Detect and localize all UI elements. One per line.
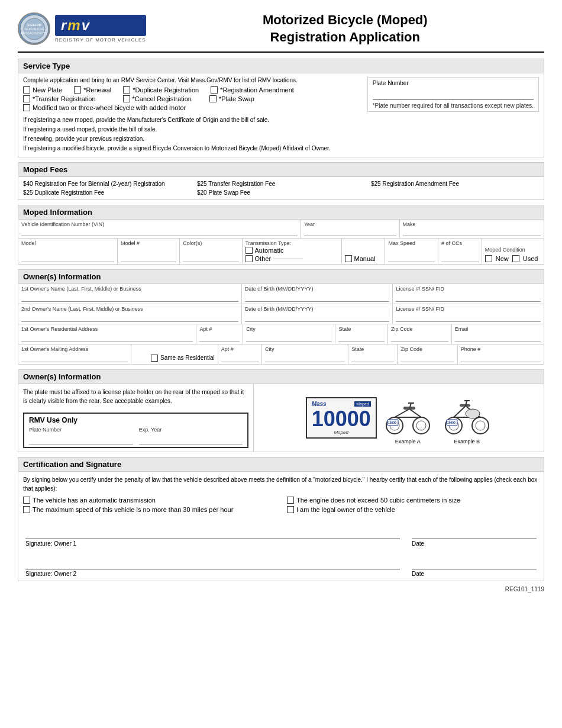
owner2-name-field[interactable] [21, 314, 238, 322]
owner1-dob-field[interactable] [245, 294, 390, 302]
sig2-line[interactable] [25, 555, 400, 569]
moped-fees-body: $40 Registration Fee for Biennial (2-yea… [18, 177, 544, 200]
owner2-dob-label: Date of Birth (MM/DD/YYYY) [245, 306, 390, 312]
duplicate-checkbox[interactable] [123, 86, 130, 94]
sig1-label: Signature: Owner 1 [25, 540, 400, 547]
mailing-zip-label: Zip Code [400, 346, 454, 352]
cert-cb-3[interactable] [23, 506, 30, 513]
address-field[interactable] [21, 334, 193, 342]
color-value[interactable] [183, 247, 238, 262]
rmv-plate-value[interactable] [29, 434, 133, 444]
transfer-checkbox[interactable] [23, 95, 30, 102]
cert-label-1: The vehicle has an automatic transmissio… [33, 497, 156, 504]
svg-point-20 [476, 421, 485, 430]
owner1-name-cell: 1st Owner's Name (Last, First, Middle) o… [18, 284, 242, 304]
owner2-license-field[interactable] [396, 314, 541, 322]
speed-value[interactable] [388, 247, 435, 262]
mailing-apt-field[interactable] [221, 354, 259, 362]
phone-field[interactable] [461, 354, 541, 362]
renewal-checkbox[interactable] [74, 86, 81, 94]
cc-value[interactable] [441, 247, 479, 262]
owner1-name-field[interactable] [21, 294, 238, 302]
plate-number-label: Plate Number [373, 80, 534, 86]
email-field[interactable] [455, 334, 541, 342]
page-title: Motorized Bicycle (Moped) Registration A… [146, 12, 544, 46]
new-cond-checkbox[interactable] [485, 255, 492, 262]
service-top-row: Complete application and bring to an RMV… [23, 77, 539, 113]
apt-field[interactable] [199, 334, 240, 342]
mailing-city-field[interactable] [265, 354, 345, 362]
model-row: Model Model # Color(s) Transmission Type… [18, 239, 544, 264]
mailing-state-field[interactable] [351, 354, 394, 362]
phone-label: Phone # [461, 346, 541, 352]
certification-section: Certification and Signature By signing b… [18, 457, 544, 581]
rmv-exp-value[interactable] [139, 434, 243, 444]
checkbox-duplicate[interactable]: *Duplicate Registration [123, 86, 199, 94]
vin-value[interactable] [21, 228, 298, 236]
checkbox-swap[interactable]: *Plate Swap [209, 95, 254, 102]
example-b-label: Example B [442, 439, 492, 444]
modified-checkbox[interactable] [23, 104, 30, 111]
checkbox-modified[interactable]: Modified two or three-wheel bicycle with… [23, 104, 186, 111]
state-field[interactable] [338, 334, 384, 342]
mailing-field[interactable] [21, 354, 128, 362]
state-seal: SIGILLUM REIPUBLICAE MASSACHUSETTS [18, 12, 50, 45]
date1-line[interactable] [412, 525, 537, 539]
checkbox-cancel[interactable]: *Cancel Registration [123, 95, 192, 102]
year-value[interactable] [304, 228, 396, 236]
cert-cb-4[interactable] [287, 506, 294, 513]
checkbox-renewal[interactable]: *Renewal [74, 86, 111, 94]
date2-line[interactable] [412, 555, 537, 569]
city-field[interactable] [246, 334, 332, 342]
cancel-checkbox[interactable] [123, 95, 130, 102]
mailing-zip-field[interactable] [400, 354, 454, 362]
manual-checkbox[interactable] [345, 255, 352, 262]
amendment-checkbox[interactable] [211, 86, 218, 94]
zip-field[interactable] [391, 334, 448, 342]
swap-checkbox[interactable] [209, 95, 217, 102]
owner1-license-field[interactable] [396, 294, 541, 302]
svg-text:REIPUBLICAE: REIPUBLICAE [24, 27, 44, 31]
same-as-res-cell: Same as Residential [131, 344, 218, 364]
cert-cb-1[interactable] [23, 497, 30, 504]
model-num-cell: Model # [118, 239, 180, 264]
certification-body: By signing below you certify under the p… [18, 472, 544, 581]
checkbox-transfer[interactable]: *Transfer Registration [23, 95, 96, 102]
new-plate-checkbox[interactable] [23, 86, 30, 94]
cert-checkboxes: The vehicle has an automatic transmissio… [23, 497, 539, 513]
svg-text:MASSACHUSETTS: MASSACHUSETTS [21, 31, 47, 35]
svg-line-21 [454, 406, 466, 417]
used-cond-checkbox[interactable] [512, 255, 519, 262]
checkbox-row-3: Modified two or three-wheel bicycle with… [23, 104, 361, 111]
make-value[interactable] [403, 228, 541, 236]
certification-header: Certification and Signature [18, 457, 544, 472]
checkbox-amendment[interactable]: *Registration Amendment [211, 86, 294, 94]
rmv-fields: Plate Number Exp. Year [29, 427, 243, 444]
rmv-use-box: RMV Use Only Plate Number Exp. Year [23, 413, 248, 448]
email-label: Email [455, 326, 541, 332]
same-as-res-checkbox[interactable] [151, 355, 158, 362]
state-cell: State [335, 324, 387, 344]
cert-checkbox-2[interactable]: The engine does not exceed 50 cubic cent… [287, 497, 539, 504]
plate-number-field[interactable] [373, 89, 534, 99]
checkbox-new-plate[interactable]: New Plate [23, 86, 62, 94]
cert-checkbox-4[interactable]: I am the legal owner of the vehicle [287, 506, 539, 513]
mailing-state-label: State [351, 346, 394, 352]
owner2-dob-field[interactable] [245, 314, 390, 322]
owner1-license-cell: License #/ SSN/ FID [393, 284, 544, 304]
vin-cell: Vehicle Identification Number (VIN) [18, 220, 301, 238]
other-checkbox[interactable] [246, 255, 253, 262]
moped-info-header: Moped Information [18, 205, 544, 220]
other-line[interactable] [273, 259, 303, 259]
auto-checkbox[interactable] [246, 247, 253, 254]
model-value[interactable] [21, 247, 114, 262]
sig1-line[interactable] [25, 525, 400, 539]
example-b: 10000 Example B [442, 391, 492, 444]
cert-checkbox-1[interactable]: The vehicle has an automatic transmissio… [23, 497, 275, 504]
mailing-row: 1st Owner's Mailing Address Same as Resi… [18, 344, 544, 364]
cert-cb-2[interactable] [287, 497, 294, 504]
fee-5: $20 Plate Swap Fee [197, 189, 365, 196]
cert-checkbox-3[interactable]: The maximum speed of this vehicle is no … [23, 506, 275, 513]
model-num-value[interactable] [121, 247, 176, 262]
date1-label: Date [412, 540, 537, 547]
